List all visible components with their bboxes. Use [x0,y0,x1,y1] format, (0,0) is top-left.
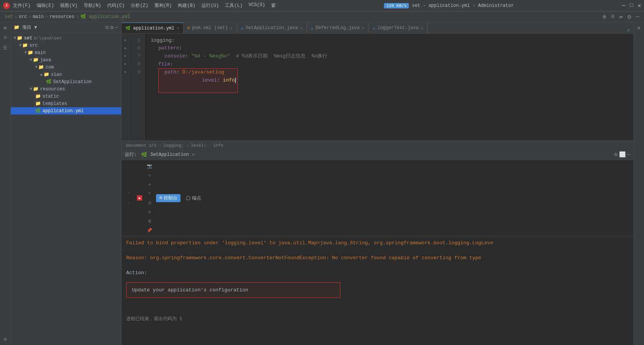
tab-close-deferredlog-java[interactable]: ✕ [362,26,364,31]
tree-item-main[interactable]: ▼ 📁 main [11,49,121,56]
collapse-all-icon[interactable]: ⊡ [106,24,109,31]
title-bar: J 文件(F) 编辑(E) 视图(V) 导航(N) 代码(C) 分析(Z) 重构… [0,0,644,11]
scroll-up-button[interactable]: ↑ [125,189,133,198]
console-output[interactable]: Failed to bind properties under 'logging… [122,236,633,345]
run-panel-expand-icon[interactable]: ⬜ [619,151,626,158]
print-icon[interactable]: 🖨 [145,198,154,207]
maximize-button[interactable]: □ [630,2,633,9]
sidebar-icon-grid[interactable]: ⊞ [1,24,10,32]
menu-run[interactable]: 运行(U) [202,2,219,9]
endpoint-tab-icon: ⬡ [186,195,190,201]
tree-item-set[interactable]: ▼ 📁 set D:\java\set [11,34,121,42]
editor-area: 🌿 application.yml ✕ m pom.xml (set) ✕ ☕ … [122,22,633,345]
file-tree-title[interactable]: 📁 项目 ▼ [14,24,37,31]
fold-icon-7[interactable]: ▼ [124,53,126,61]
toolbar-action-lines[interactable]: ≡ [611,13,615,20]
sidebar-icon-search[interactable]: ☰ [1,44,10,52]
tree-item-java[interactable]: ▼ 📁 java [11,56,121,64]
editor-status-bar: Document 1/1 › logging: › level: › info [122,141,633,149]
tab-close-application-yml[interactable]: ✕ [177,26,179,31]
run-app-close[interactable]: ✕ [192,152,195,157]
tab-deferredlog-java[interactable]: ☕ DeferredLog.java ✕ [307,23,369,33]
console-line-2: Reason: org.springframework.core.convert… [126,254,629,262]
layout-icon[interactable]: ⊞ [145,208,154,216]
tree-item-src[interactable]: ▼ 📁 src [11,42,121,49]
code-content[interactable]: logging: pattern: console: "%d - %msg%n"… [145,34,633,141]
menu-view[interactable]: 视图(V) [60,2,78,9]
line-numbers: 5 6 7 8 9 [129,34,145,141]
breadcrumb-item-set[interactable]: set [5,14,13,20]
toolbar-action-gear[interactable]: ⚙ [628,13,631,21]
tree-item-com[interactable]: ▼ 📁 com [11,64,121,71]
menu-code[interactable]: 代码(C) [107,2,125,9]
menu-bar[interactable]: 文件(F) 编辑(E) 视图(V) 导航(N) 代码(C) 分析(Z) 重构(R… [13,2,276,9]
tab-pom-xml[interactable]: m pom.xml (set) ✕ [184,23,237,33]
camera-icon[interactable]: 📷 [145,162,154,170]
sidebar-icon-gear[interactable]: ⚙ [1,335,10,343]
tab-close-loggertest-java[interactable]: ✕ [421,26,424,31]
menu-tools[interactable]: 工具(L) [225,2,242,9]
run-panel-hide-icon[interactable]: — [627,151,630,158]
pin-icon[interactable]: 📌 [145,226,154,234]
fold-icon-6[interactable]: ▼ [124,45,126,53]
run-side-buttons: ↑ ↓ [125,189,133,207]
breadcrumb-item-yml[interactable]: 🌿 application.yml [80,14,130,20]
file-tree-actions[interactable]: ⊡ ⚙ — [106,24,118,31]
run-panel-header: 运行: 🌿 SetApplication ✕ ⚙ ⬜ — [122,149,633,160]
trash-icon[interactable]: 🗑 [145,217,154,225]
console-action-header: Action: [126,269,629,277]
tab-setapplication-java[interactable]: ☕ SetApplication.java ✕ [237,23,307,33]
tree-item-resources[interactable]: ▼ 📁 resources [11,85,121,93]
fold-icon-5[interactable]: ▼ [124,37,126,45]
console-tab-button[interactable]: ≡ 控制台 [156,194,181,202]
java-icon-2: ☕ [311,26,314,31]
status-path-logging: logging: [164,143,184,148]
tree-item-application-yml[interactable]: 🌿 application.yml [11,107,121,114]
fold-icon-8[interactable]: ▼ [124,60,126,69]
network-badge: 128 KB/s [384,3,409,8]
list-icon[interactable]: ≡ [145,189,154,198]
settings-icon[interactable]: ⚙ [110,24,113,31]
toolbar-checkmark-icon: ✓ [627,27,630,33]
stop-button[interactable]: ■ [137,195,142,201]
tab-loggertest-java[interactable]: ☕ loggerTest.java ✕ [369,23,428,33]
fold-icon-9[interactable]: ▼ [124,69,126,77]
toolbar-action-globe[interactable]: ⊕ [603,13,607,21]
console-spacer-3 [126,303,629,311]
toolbar-action-eq[interactable]: ⇌ [619,13,623,21]
tree-item-static[interactable]: 📁 static [11,93,121,100]
toolbar-action-dash[interactable]: — [636,13,639,20]
menu-window[interactable]: 窗 [271,2,276,9]
tab-close-setapplication-java[interactable]: ✕ [300,26,303,31]
menu-build[interactable]: 构建(B) [178,2,195,9]
tab-application-yml[interactable]: 🌿 application.yml ✕ [122,23,184,33]
menu-edit[interactable]: 编辑(E) [37,2,54,9]
tree-item-setapplication[interactable]: 🌿 SetApplication [11,78,121,85]
menu-file[interactable]: 文件(F) [13,2,31,9]
hide-icon[interactable]: — [115,24,118,31]
tree-item-xiao[interactable]: ▶ 📁 xiao [11,71,121,78]
tab-close-pom-xml[interactable]: ✕ [230,26,233,31]
breadcrumb-item-resources[interactable]: resources [50,14,75,20]
breadcrumb-bar: set › src › main › resources › 🌿 applica… [0,11,644,22]
breadcrumb-item-main[interactable]: main [33,14,44,20]
code-editor[interactable]: ▼ ▼ ▼ ▼ ▼ 5 6 7 8 9 [122,34,633,141]
minimize-button[interactable]: — [622,2,625,9]
run-panel-actions[interactable]: ⚙ ⬜ — [614,151,630,158]
menu-vcs[interactable]: VCS(S) [249,2,265,9]
sidebar-icon-layers[interactable]: ≡ [1,34,10,42]
menu-navigate[interactable]: 导航(N) [84,2,101,9]
tree-item-templates[interactable]: 📁 templates [11,100,121,107]
close-button[interactable]: ✕ [638,2,641,9]
endpoint-tab-button[interactable]: ⬡ 端点 [183,194,204,202]
menu-analyze[interactable]: 分析(Z) [131,2,148,9]
run-extra-buttons: 📷 ↺ ⊕ ≡ 🖨 ⊞ 🗑 📌 [145,162,154,234]
run-panel-settings-icon[interactable]: ⚙ [614,151,617,158]
title-bar-right[interactable]: — □ ✕ [622,2,641,9]
menu-refactor[interactable]: 重构(R) [154,2,172,9]
scroll-down-button[interactable]: ↓ [125,198,133,207]
reload-icon[interactable]: ↺ [145,171,154,179]
breadcrumb-item-src[interactable]: src [19,14,27,20]
right-icon-1[interactable]: ⊕ [635,24,643,32]
import-icon[interactable]: ⊕ [145,180,154,188]
